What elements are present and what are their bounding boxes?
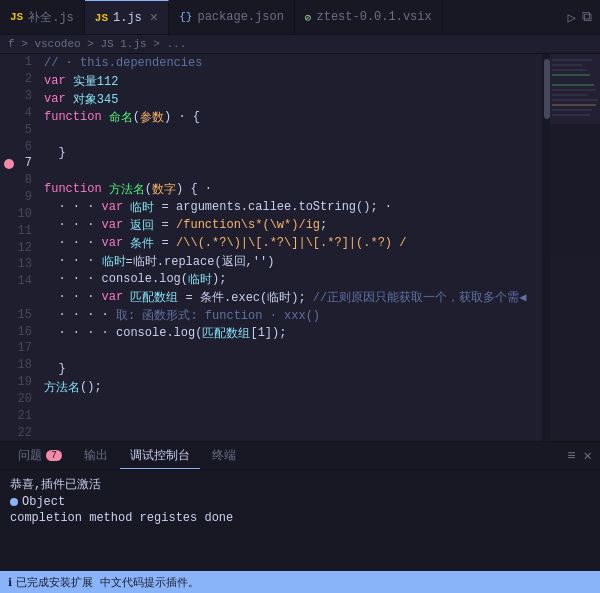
tab-label-vsix: ztest-0.0.1.vsix [316, 10, 431, 24]
code-line-4: function 命名(参数) · { [44, 108, 542, 126]
tab-icon-js-1js: JS [95, 12, 108, 24]
line-15: 15 [0, 306, 40, 323]
code-line-10: · · · var 返回 = /function\s*(\w*)/ig; [44, 216, 542, 234]
token: · · · [44, 290, 102, 304]
svg-rect-11 [550, 54, 600, 124]
panel-tab-debug-console[interactable]: 调试控制台 [120, 442, 200, 469]
tab-close-1js[interactable]: × [150, 11, 158, 25]
line-14: 14 [0, 273, 40, 290]
line-6: 6 [0, 138, 40, 155]
token [123, 290, 130, 304]
breadcrumb-text: f > vscodeo > JS 1.js > ... [8, 38, 186, 50]
line-20: 20 [0, 391, 40, 408]
line-19: 19 [0, 374, 40, 391]
code-line-11: · · · var 条件 = /\\(.*?\)|\[.*?\]|\[.*?]|… [44, 234, 542, 252]
panel-line-1: 恭喜,插件已激活 [10, 476, 590, 493]
tab-actions: ▷ ⧉ [560, 9, 600, 26]
token: ) { · [176, 182, 212, 196]
token: (); [80, 380, 102, 394]
line-14b [0, 290, 40, 307]
token: 命名 [109, 109, 133, 126]
token: 条件 [130, 235, 154, 252]
tab-package[interactable]: {} package.json [169, 0, 295, 34]
tab-icon-json: {} [179, 11, 192, 23]
code-area[interactable]: // · this.dependencies var 实量112 var 对象3… [40, 54, 542, 441]
status-bar: ℹ 已完成安装扩展 中文代码提示插件。 [0, 571, 600, 593]
token: 实量112 [73, 73, 119, 90]
line-7: 7 [0, 155, 40, 172]
panel-tab-output[interactable]: 输出 [74, 442, 118, 469]
line-17: 17 [0, 340, 40, 357]
token: · · · · console.log( [44, 326, 202, 340]
line-16: 16 [0, 323, 40, 340]
code-line-6: } [44, 144, 542, 162]
code-line-18: 方法名(); [44, 378, 542, 396]
code-line-15: · · · · console.log(匹配数组[1]); [44, 324, 542, 342]
token [123, 236, 130, 250]
tab-1js[interactable]: JS 1.js × [85, 0, 169, 34]
code-line-14: · · · var 匹配数组 = 条件.exec(临时); //正则原因只能获取… [44, 288, 542, 306]
minimap [550, 54, 600, 441]
panel-tab-debug-label: 调试控制台 [130, 447, 190, 464]
line-4: 4 [0, 104, 40, 121]
token: ) · { [164, 110, 200, 124]
token: var [102, 290, 124, 304]
code-line-17: } [44, 360, 542, 378]
panel-menu-icon[interactable]: ≡ [567, 448, 575, 464]
panel-tab-problems[interactable]: 问题 7 [8, 442, 72, 469]
line-18: 18 [0, 357, 40, 374]
breadcrumb: f > vscodeo > JS 1.js > ... [0, 35, 600, 54]
token: = [154, 236, 176, 250]
breakpoint-7 [4, 159, 14, 169]
token: · · · [44, 200, 102, 214]
token: } [44, 362, 66, 376]
code-line-16 [44, 342, 542, 360]
token: var [44, 74, 66, 88]
tab-icon-vsix: ⊘ [305, 11, 312, 24]
status-info-icon: ℹ [8, 576, 12, 589]
token: · · · [44, 254, 102, 268]
panel-tab-output-label: 输出 [84, 447, 108, 464]
token: ( [145, 182, 152, 196]
panel-tab-terminal[interactable]: 终端 [202, 442, 246, 469]
line-12: 12 [0, 239, 40, 256]
tab-icon-js-buquan: JS [10, 11, 23, 23]
token: //正则原因只能获取一个，获取多个需◀ [313, 289, 527, 306]
line-3: 3 [0, 88, 40, 105]
line-11: 11 [0, 222, 40, 239]
run-icon[interactable]: ▷ [568, 9, 576, 26]
line-2: 2 [0, 71, 40, 88]
code-line-7 [44, 162, 542, 180]
token [102, 182, 109, 196]
token: ( [133, 110, 140, 124]
token: var [102, 236, 124, 250]
tab-vsix[interactable]: ⊘ ztest-0.0.1.vsix [295, 0, 443, 34]
token: function [44, 110, 102, 124]
object-dot-icon [10, 498, 18, 506]
token: = [154, 218, 176, 232]
token: 匹配数组 [130, 289, 178, 306]
scrollbar[interactable] [542, 54, 550, 441]
token: · · · console.log( [44, 272, 188, 286]
code-line-3: var 对象345 [44, 90, 542, 108]
panel-text-1: 恭喜,插件已激活 [10, 476, 101, 493]
problems-badge: 7 [46, 450, 62, 461]
line-5: 5 [0, 121, 40, 138]
line-9: 9 [0, 189, 40, 206]
code-line-12: · · · 临时=临时.replace(返回,'') [44, 252, 542, 270]
split-icon[interactable]: ⧉ [582, 9, 592, 25]
token [123, 218, 130, 232]
panel-close-icon[interactable]: ✕ [584, 447, 592, 464]
token: 匹配数组 [202, 325, 250, 342]
tab-buquan[interactable]: JS 补全.js [0, 0, 85, 34]
panel-text-2: Object [22, 495, 65, 509]
panel-content: 恭喜,插件已激活 Object completion method regist… [0, 470, 600, 571]
line-21: 21 [0, 407, 40, 424]
token: } [44, 146, 66, 160]
editor-container: 1 2 3 4 5 6 7 8 9 10 11 12 13 14 15 16 1… [0, 54, 600, 441]
token [123, 200, 130, 214]
panel-text-3: completion method registes done [10, 511, 233, 525]
code-line-8: function 方法名(数字) { · [44, 180, 542, 198]
token: =临时.replace(返回,'') [126, 253, 275, 270]
panel-line-3: completion method registes done [10, 511, 590, 525]
